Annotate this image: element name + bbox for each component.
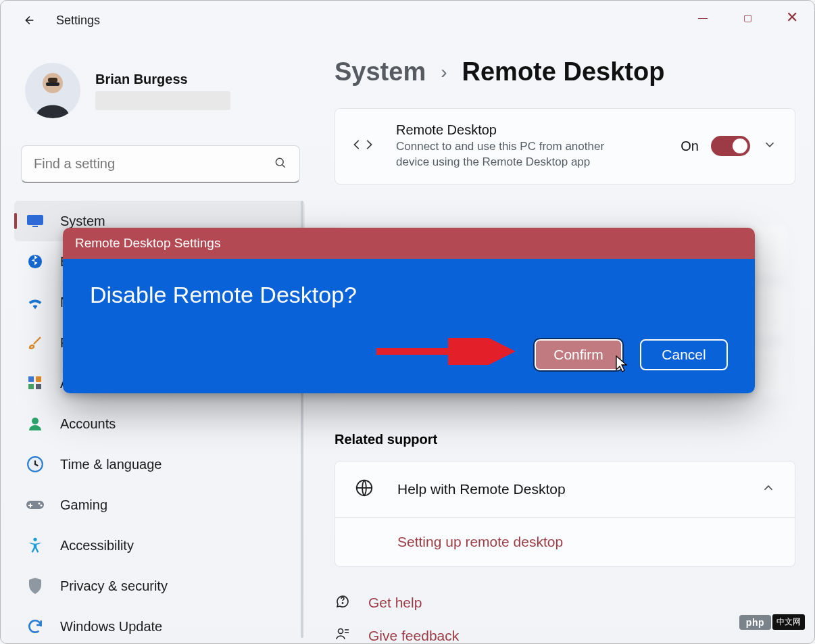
sidebar-item-label: Accounts bbox=[60, 416, 116, 432]
svg-point-4 bbox=[276, 158, 283, 166]
remote-desktop-card[interactable]: Remote Desktop Connect to and use this P… bbox=[335, 108, 795, 184]
card-text: Remote Desktop Connect to and use this P… bbox=[396, 122, 681, 170]
maximize-button[interactable]: ▢ bbox=[725, 1, 770, 34]
get-help-label: Get help bbox=[368, 595, 422, 611]
sidebar-item-accessibility[interactable]: Accessibility bbox=[14, 525, 305, 566]
sidebar-item-accounts[interactable]: Accounts bbox=[14, 403, 305, 444]
sidebar-item-label: System bbox=[60, 214, 105, 229]
svg-point-17 bbox=[40, 504, 42, 506]
svg-rect-5 bbox=[27, 215, 43, 225]
sidebar-item-label: Privacy & security bbox=[60, 578, 168, 594]
app-title: Settings bbox=[56, 14, 100, 28]
svg-rect-9 bbox=[36, 376, 41, 382]
search-icon bbox=[274, 156, 287, 172]
feedback-icon bbox=[335, 626, 352, 644]
search-box[interactable] bbox=[21, 145, 300, 183]
sidebar-item-gaming[interactable]: Gaming bbox=[14, 485, 305, 525]
toggle-row: On bbox=[681, 136, 777, 156]
svg-rect-6 bbox=[32, 226, 38, 227]
page-title: Remote Desktop bbox=[462, 57, 665, 86]
shield-icon bbox=[25, 576, 45, 596]
window-controls: — ▢ ✕ bbox=[681, 1, 814, 34]
wifi-icon bbox=[25, 292, 45, 312]
watermark-badge: php 中文网 bbox=[739, 614, 805, 630]
globe-icon bbox=[354, 478, 376, 501]
bluetooth-icon bbox=[25, 251, 45, 272]
svg-point-23 bbox=[339, 629, 343, 634]
minimize-button[interactable]: — bbox=[681, 1, 725, 34]
apps-icon bbox=[25, 373, 45, 393]
badge-cn: 中文网 bbox=[772, 614, 805, 630]
titlebar: Settings — ▢ ✕ bbox=[1, 1, 814, 40]
svg-rect-19 bbox=[28, 505, 32, 506]
card-subtitle: Connect to and use this PC from another … bbox=[396, 139, 612, 170]
arrow-left-icon bbox=[21, 13, 36, 28]
monitor-icon bbox=[25, 211, 45, 231]
sidebar-item-label: Time & language bbox=[60, 457, 162, 472]
sidebar-item-label: Windows Update bbox=[60, 619, 162, 635]
remote-desktop-toggle[interactable] bbox=[711, 136, 750, 156]
settings-window: { "app": { "title": "Settings" }, "windo… bbox=[0, 0, 815, 644]
dialog-question: Disable Remote Desktop? bbox=[90, 282, 728, 308]
help-link: Setting up remote desktop bbox=[354, 534, 776, 550]
help-icon bbox=[335, 593, 352, 612]
user-text: Brian Burgess bbox=[80, 72, 230, 110]
main-pane-lower: Related support Help with Remote Desktop… bbox=[335, 399, 795, 643]
card-title: Remote Desktop bbox=[396, 122, 681, 138]
svg-rect-2 bbox=[48, 78, 57, 82]
gamepad-icon bbox=[25, 495, 45, 515]
confirm-dialog: Remote Desktop Settings Disable Remote D… bbox=[63, 228, 755, 393]
toggle-state-label: On bbox=[681, 139, 699, 154]
svg-point-22 bbox=[342, 603, 343, 603]
chevron-up-icon bbox=[761, 480, 776, 498]
related-heading: Related support bbox=[335, 432, 795, 447]
sidebar-item-privacy-security[interactable]: Privacy & security bbox=[14, 566, 305, 606]
brush-icon bbox=[25, 332, 45, 353]
confirm-button[interactable]: Confirm bbox=[535, 339, 622, 370]
toggle-knob bbox=[733, 139, 747, 153]
dialog-title: Remote Desktop Settings bbox=[63, 228, 755, 259]
sidebar-item-windows-update[interactable]: Windows Update bbox=[14, 606, 305, 643]
person-icon bbox=[25, 414, 45, 434]
breadcrumb: System › Remote Desktop bbox=[335, 57, 795, 86]
chevron-down-icon[interactable] bbox=[762, 137, 777, 155]
search-input[interactable] bbox=[34, 156, 274, 172]
svg-rect-8 bbox=[28, 376, 34, 382]
chevron-right-icon: › bbox=[441, 61, 447, 83]
user-block[interactable]: Brian Burgess bbox=[25, 63, 230, 118]
help-row[interactable]: Help with Remote Desktop bbox=[335, 462, 795, 518]
sidebar-item-time-language[interactable]: Time & language bbox=[14, 444, 305, 485]
badge-php: php bbox=[739, 615, 771, 630]
remote-desktop-icon bbox=[353, 134, 376, 157]
sidebar-item-label: Gaming bbox=[60, 497, 107, 513]
cancel-button[interactable]: Cancel bbox=[640, 339, 728, 370]
footer-links: Get help Give feedback bbox=[335, 593, 795, 644]
clock-icon bbox=[25, 454, 45, 474]
breadcrumb-parent[interactable]: System bbox=[335, 57, 426, 86]
svg-rect-10 bbox=[28, 384, 34, 389]
dialog-body: Disable Remote Desktop? Confirm Cancel bbox=[63, 259, 755, 393]
sidebar-item-label: Accessibility bbox=[60, 538, 134, 553]
back-button[interactable] bbox=[17, 9, 40, 32]
user-name: Brian Burgess bbox=[95, 72, 230, 87]
give-feedback-link[interactable]: Give feedback bbox=[335, 626, 795, 644]
help-title: Help with Remote Desktop bbox=[397, 481, 761, 497]
help-link-row[interactable]: Setting up remote desktop bbox=[335, 518, 795, 566]
sync-icon bbox=[25, 616, 45, 637]
avatar-icon bbox=[25, 63, 80, 118]
accessibility-icon bbox=[25, 535, 45, 555]
svg-rect-3 bbox=[46, 82, 59, 86]
svg-rect-11 bbox=[36, 384, 41, 389]
svg-point-16 bbox=[38, 502, 40, 504]
svg-point-12 bbox=[32, 418, 39, 424]
avatar bbox=[25, 63, 80, 118]
user-email-placeholder bbox=[95, 91, 230, 110]
help-card: Help with Remote Desktop Setting up remo… bbox=[335, 461, 795, 567]
close-button[interactable]: ✕ bbox=[770, 1, 814, 34]
give-feedback-label: Give feedback bbox=[368, 628, 459, 644]
svg-point-20 bbox=[33, 538, 36, 541]
get-help-link[interactable]: Get help bbox=[335, 593, 795, 612]
